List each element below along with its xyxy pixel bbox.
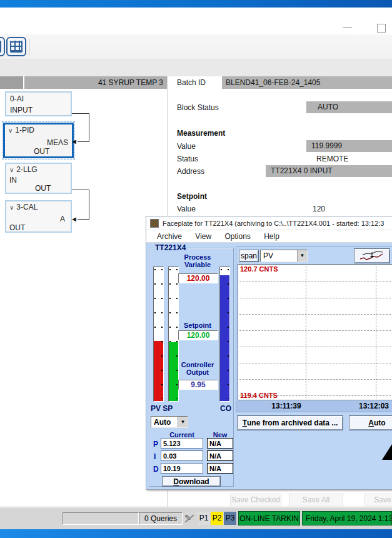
datetime-badge: Friday, April 19, 2024 1:13:1 [302,511,392,525]
top-accent-bar [0,0,392,8]
download-button[interactable]: Download [162,476,221,487]
bars-caption-co: CO [220,404,231,413]
pid-d-current: 10.19 [161,463,203,474]
autotune-button[interactable]: Auto [349,415,392,430]
status-bar: 0 Queries ✎ P1 P2 P3 ON-LINE TARKIN Frid… [0,508,392,529]
meas-status-value: REMOTE [316,155,348,163]
menu-view[interactable]: View [189,232,217,241]
diagram-header-corner [0,76,23,89]
batch-id-value: BLEND41_06-FEB-24_1405 [222,76,392,89]
toolbar [0,34,392,59]
grid-icon [10,41,23,53]
meas-address-label: Address [177,167,204,176]
autotune-accel: A [368,419,374,427]
block-title: 1-PID [15,126,34,134]
save-partial-button[interactable]: Save N [364,494,392,505]
mode-combobox[interactable]: Auto ▼ [151,416,188,428]
trend-chart: 120.7 CNTS 119.4 CNTS [238,264,392,400]
block-status-value: AUTO [306,101,392,113]
save-checked-button[interactable]: Save Checked [230,494,281,505]
block-1-pid[interactable]: ∨1-PID MEAS OUT [3,123,74,158]
span-button[interactable]: span [239,250,259,262]
faceplate-title: Faceplate for TT221X4 (archiving to C:\.… [163,220,392,227]
block-title: 0-AI [10,94,24,103]
batch-id-label: Batch ID [177,78,206,87]
tune-from-archive-button[interactable]: Tune from archived data ... [237,415,343,430]
toolbar-grid-button[interactable] [6,37,26,56]
minimize-button[interactable]: — [341,23,354,33]
pen-combobox[interactable]: PV ▼ [260,250,308,262]
sub-header-band [0,59,392,76]
trend-panel: span PV ▼ [236,246,392,412]
queries-field: 0 Queries [139,512,183,525]
arrow-left-icon: ◄ [71,215,78,223]
connector-llg-to-cal-end [78,219,89,220]
autotune-label: uto [374,419,386,427]
pid-p-new[interactable]: N/A [207,438,233,449]
faceplate-body: TT221X4 Process Variable 120.00 Setpoint… [146,243,392,489]
port-input: INPUT [10,106,33,114]
printer-slot-p1[interactable]: P1 [198,512,210,525]
maximize-button[interactable] [377,24,386,33]
port-a: A [60,215,65,223]
tune-accel: T [243,419,247,427]
block-title: 3-CAL [16,203,38,211]
port-out: OUT [35,184,51,193]
application-window: — 41 SYRUP TEMP 3 Batch ID BLEND41_06-FE… [0,0,392,538]
arrow-left-icon: ◄ [71,138,78,145]
bars-caption-pv-sp: PV SP [151,404,173,413]
download-label: ownload [179,477,209,486]
pid-row-label-p: P [153,440,158,449]
sp-label: Setpoint [174,322,221,329]
pen-value: PV [263,251,273,260]
chevron-down-icon[interactable]: ∨ [8,127,13,134]
faceplate-menubar: Archive View Options Help [146,230,392,243]
measurement-section-label: Measurement [177,129,225,138]
pv-bar [153,266,164,402]
trend-popout-button[interactable] [354,248,390,263]
time-tick-2: 13:12:03 [351,402,392,410]
trend-time-axis: 13:11:39 13:12:03 [236,401,392,412]
faceplate-window-icon [150,219,159,228]
trend-icon [359,250,385,261]
chevron-down-icon[interactable]: ∨ [9,204,14,211]
printer-slot-p2[interactable]: P2 [211,512,223,525]
co-bar-fill [220,275,229,401]
co-label: Controller Output [174,361,221,376]
pid-row-label-d: D [153,465,159,474]
pid-row-label-i: I [154,452,156,461]
sp-value-label: Value [177,205,196,213]
loop-title: 41 SYRUP TEMP 3 [24,76,167,89]
logo-triangle [382,444,392,460]
printer-slot-p3[interactable]: P3 [224,512,236,525]
pv-bar-fill [154,341,163,401]
tag-name: TT221X4 [153,243,188,252]
combo-arrow-icon[interactable]: ▼ [178,417,188,427]
pid-i-new[interactable]: N/A [207,450,233,461]
no-edit-icon: ✎ [184,512,195,525]
pid-p-current: 5.123 [161,438,203,449]
meas-value-label: Value [177,142,196,151]
faceplate-groupbox: TT221X4 Process Variable 120.00 Setpoint… [149,248,234,487]
block-title: 2-LLG [16,165,37,174]
menu-archive[interactable]: Archive [151,232,188,241]
chevron-down-icon[interactable]: ∨ [9,166,14,173]
pid-d-new[interactable]: N/A [207,463,233,474]
toolbar-partial-icon[interactable] [0,37,5,56]
co-value: 9.95 [178,380,218,390]
save-all-button[interactable]: Save All [289,494,343,505]
menu-help[interactable]: Help [258,232,285,241]
block-0-ai[interactable]: 0-AI INPUT [5,91,72,116]
sp-value: 120.00 [178,330,218,340]
faceplate-titlebar[interactable]: Faceplate for TT221X4 (archiving to C:\.… [146,216,392,230]
download-accel: D [173,477,179,486]
trend-ymax-label: 120.7 CNTS [240,265,278,273]
meas-value: 119.9999 [306,140,392,152]
block-2-llg[interactable]: ∨2-LLG IN OUT [5,163,72,194]
combo-arrow-icon[interactable]: ▼ [297,250,307,261]
sp-bar [168,266,179,402]
menu-options[interactable]: Options [219,232,256,241]
connector-ai-to-pid-end [78,141,89,142]
meas-address-value: TT221X4 0 INPUT [266,165,392,177]
block-3-cal[interactable]: ∨3-CAL A OUT [5,200,72,233]
